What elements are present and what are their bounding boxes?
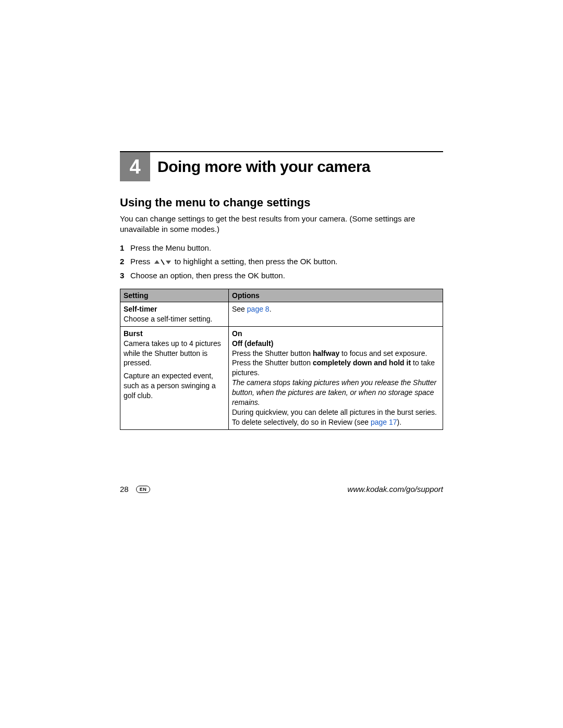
support-url: www.kodak.com/go/support	[348, 485, 443, 493]
section-intro: You can change settings to get the best …	[120, 214, 443, 235]
step-2: Press to highlight a setting, then press…	[120, 256, 443, 268]
step-2-pre: Press	[130, 257, 153, 266]
svg-marker-2	[166, 261, 171, 264]
step-3: Choose an option, then press the OK butt…	[120, 270, 443, 282]
steps-list: Press the Menu button. Press to highligh…	[120, 242, 443, 282]
option-text: See	[232, 305, 247, 313]
table-row: Burst Camera takes up to 4 pictures whil…	[120, 326, 443, 429]
page-footer: 28 EN www.kodak.com/go/support	[120, 485, 443, 493]
step-1: Press the Menu button.	[120, 242, 443, 254]
setting-name: Burst	[124, 329, 225, 339]
setting-desc: Capture an expected event, such as a per…	[124, 371, 225, 401]
page-number: 28	[120, 485, 129, 493]
header-options: Options	[229, 289, 443, 302]
settings-table: Setting Options Self-timer Choose a self…	[120, 289, 443, 430]
option-note: The camera stops taking pictures when yo…	[232, 378, 439, 408]
chapter-number: 4	[120, 152, 150, 181]
language-badge: EN	[136, 486, 151, 493]
svg-line-1	[161, 260, 164, 265]
option-off: Off (default)	[232, 339, 439, 349]
header-setting: Setting	[120, 289, 229, 302]
option-on: On	[232, 329, 439, 339]
option-paragraph: Press the Shutter button halfway to focu…	[232, 349, 439, 378]
page-link[interactable]: page 17	[371, 418, 397, 426]
setting-name: Self-timer	[124, 304, 225, 314]
step-2-post: to highlight a setting, then press the O…	[175, 257, 338, 266]
setting-desc: Choose a self-timer setting.	[124, 314, 225, 324]
up-down-arrow-icon	[154, 259, 172, 265]
chapter-title: Doing more with your camera	[157, 158, 370, 176]
table-row: Self-timer Choose a self-timer setting. …	[120, 302, 443, 327]
setting-desc: Camera takes up to 4 pictures while the …	[124, 339, 225, 368]
chapter-header: 4 Doing more with your camera	[120, 151, 443, 181]
section-title: Using the menu to change settings	[120, 196, 443, 209]
svg-marker-0	[154, 260, 160, 264]
option-text: .	[270, 305, 272, 313]
option-paragraph: During quickview, you can delete all pic…	[232, 408, 439, 427]
page-link[interactable]: page 8	[247, 305, 270, 313]
